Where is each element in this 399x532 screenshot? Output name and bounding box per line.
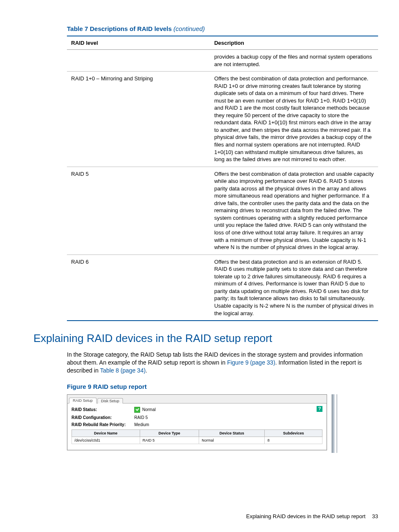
dev-col-name: Device Name: [72, 429, 140, 437]
table-caption-continued: (continued): [174, 25, 205, 32]
link-figure-9[interactable]: Figure 9 (page 33): [227, 359, 275, 366]
link-table-8[interactable]: Table 8 (page 34): [100, 367, 146, 374]
value-raid-status: Normal: [134, 407, 156, 413]
raid-setup-panel: RAID Setup Disk Setup ? RAID Status: Nor…: [67, 394, 327, 450]
dev-col-subdevices: Subdevices: [265, 429, 322, 437]
table-row: RAID 1+0 – Mirroring and Striping Offers…: [67, 72, 378, 167]
figure-raid-setup-report: RAID Setup Disk Setup ? RAID Status: Nor…: [67, 394, 327, 450]
table-row: RAID 6 Offers the best data protection a…: [67, 254, 378, 321]
figure-caption: Figure 9 RAID setup report: [67, 383, 378, 390]
tab-bar: RAID Setup Disk Setup: [67, 395, 327, 403]
page-number: 33: [372, 513, 378, 519]
raid-levels-table: RAID level Description provides a backup…: [67, 36, 378, 321]
figure-edge-decoration: [332, 394, 335, 453]
section-text: .: [146, 367, 147, 374]
tab-raid-setup[interactable]: RAID Setup: [69, 398, 97, 403]
device-row[interactable]: /dev/cciss/c0d1 RAID 5 Normal 8: [72, 437, 322, 444]
cell-raid-level: RAID 6: [67, 254, 210, 321]
page-footer: Explaining RAID devices in the RAID setu…: [246, 513, 378, 519]
table-caption: Table 7 Descriptions of RAID levels (con…: [67, 25, 378, 32]
tab-disk-setup[interactable]: Disk Setup: [97, 398, 123, 403]
dev-col-type: Device Type: [140, 429, 199, 437]
footer-title: Explaining RAID devices in the RAID setu…: [246, 513, 365, 519]
dev-cell-name: /dev/cciss/c0d1: [72, 437, 140, 444]
label-rebuild-priority: RAID Rebuild Rate Priority:: [72, 422, 134, 427]
dev-cell-status: Normal: [199, 437, 265, 444]
device-table: Device Name Device Type Device Status Su…: [72, 429, 322, 444]
dev-cell-subdevices: 8: [265, 437, 322, 444]
cell-description: Offers the best combination of data prot…: [210, 167, 378, 254]
dev-col-status: Device Status: [199, 429, 265, 437]
table-caption-main: Table 7 Descriptions of RAID levels: [67, 25, 172, 32]
dev-cell-type: RAID 5: [140, 437, 199, 444]
section-heading: Explaining RAID devices in the RAID setu…: [33, 332, 378, 345]
cell-raid-level: RAID 1+0 – Mirroring and Striping: [67, 72, 210, 167]
help-icon[interactable]: ?: [317, 406, 322, 412]
value-raid-configuration: RAID 5: [134, 415, 148, 420]
cell-description: Offers the best combination of data prot…: [210, 72, 378, 167]
cell-raid-level: RAID 5: [67, 167, 210, 254]
section-body: In the Storage category, the RAID Setup …: [67, 351, 378, 375]
cell-raid-level: [67, 50, 210, 72]
label-raid-configuration: RAID Configuration:: [72, 415, 134, 420]
label-raid-status: RAID Status:: [72, 407, 134, 412]
table-row: provides a backup copy of the files and …: [67, 50, 378, 72]
status-ok-icon: [134, 407, 140, 413]
value-rebuild-priority: Medium: [134, 422, 149, 427]
col-header-description: Description: [210, 36, 378, 50]
status-text: Normal: [142, 407, 156, 412]
table-row: RAID 5 Offers the best combination of da…: [67, 167, 378, 254]
cell-description: provides a backup copy of the files and …: [210, 50, 378, 72]
cell-description: Offers the best data protection and is a…: [210, 254, 378, 321]
col-header-raid-level: RAID level: [67, 36, 210, 50]
